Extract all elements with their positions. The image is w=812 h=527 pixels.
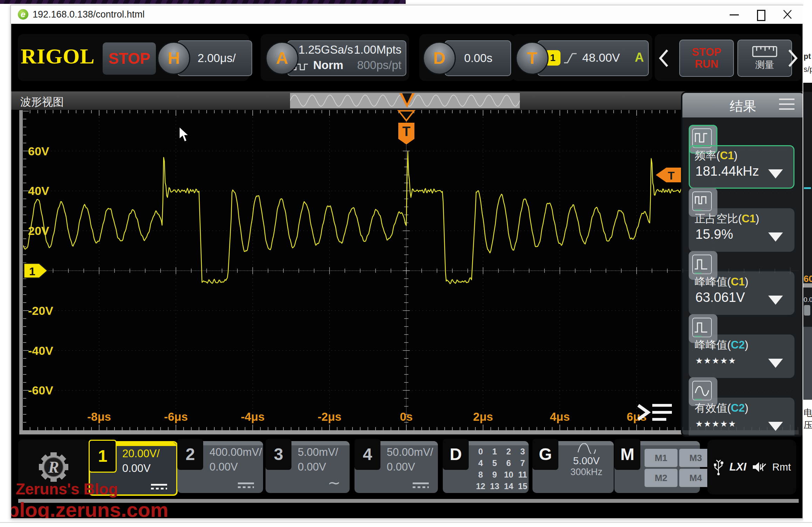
results-title: 结果 [682, 97, 803, 115]
digital-bit-12: 12 [474, 481, 488, 491]
measurement-item-正占空比-C1[interactable]: 正占空比(C1)15.9% [689, 188, 794, 250]
sample-rate: 1.25GSa/s [298, 43, 353, 56]
measurement-item-峰峰值-C2[interactable]: 峰峰值(C2)★★★★★ [689, 314, 794, 376]
timebase-overview[interactable] [290, 93, 520, 108]
channel2-button[interactable]: 2 400.00mV/ 0.00V [177, 441, 263, 493]
channel1-number: 1 [89, 440, 117, 473]
chevron-left-icon[interactable] [658, 48, 669, 68]
math-label: M [614, 439, 640, 470]
chevron-down-icon[interactable] [768, 296, 783, 305]
channel1-trace [23, 152, 681, 284]
results-header[interactable]: 结果 [682, 93, 803, 117]
dc-coupling-icon [413, 482, 429, 488]
measurement-value: ★★★★★ [695, 356, 737, 366]
x-axis-label: -4μs [241, 410, 264, 423]
strip-fragment: 电压 [804, 407, 812, 431]
url-text[interactable]: 192.168.0.138/control.html [33, 9, 145, 20]
acquire-menu-button[interactable]: A [266, 42, 298, 75]
channel3-scale: 5.00mV/ [298, 446, 338, 459]
x-axis-label: -6μs [164, 410, 188, 423]
measurement-body: 正占空比(C1)15.9% [689, 208, 794, 252]
timebase-value: 2.00μs/ [198, 52, 236, 65]
remote-status[interactable]: Rmt [772, 461, 791, 473]
dc-coupling-icon [238, 482, 254, 488]
strip-fragment: 60 [804, 273, 812, 284]
measurement-item-峰峰值-C1[interactable]: 峰峰值(C1)63.061V [689, 251, 794, 313]
horizontal-menu-button[interactable]: H [157, 42, 190, 75]
sound-muted-icon[interactable] [751, 460, 768, 474]
trigger-position-marker[interactable]: T [398, 111, 414, 144]
chevron-down-icon[interactable] [768, 169, 783, 178]
delay-menu-button[interactable]: D [423, 42, 456, 75]
y-axis-label: 20V [28, 224, 49, 237]
strip-fragment: s/p [804, 65, 812, 74]
digital-label: D [443, 439, 469, 470]
channel4-number: 4 [355, 439, 380, 470]
status-bar: LXI Rmt [707, 440, 796, 494]
minimize-button[interactable] [725, 8, 743, 21]
channel4-offset: 0.00V [387, 461, 415, 473]
math-grid: M1M3M2M4 [645, 449, 712, 487]
browser-favicon-icon: e [18, 9, 28, 20]
trigger-panel[interactable]: 1 48.00V A [537, 40, 649, 76]
channel1-offset-marker[interactable]: 1 [24, 263, 48, 278]
acquire-panel[interactable]: 1.25GSa/s 1.00Mpts Norm 800ps/pt [287, 40, 406, 76]
measurement-value: ★★★★★ [695, 419, 737, 429]
math-slot-m1[interactable]: M1 [645, 449, 677, 467]
x-axis-label: -2μs [318, 410, 342, 423]
y-axis-label: -40V [28, 344, 53, 357]
stop-run-label-stop: STOP [692, 46, 721, 58]
chevron-down-icon[interactable] [768, 232, 783, 242]
watermark-line1: Zeruns's Blog [16, 480, 118, 498]
channel4-button[interactable]: 4 50.00mV/ 0.00V [355, 441, 438, 493]
header-acquire-group: A 1.25GSa/s 1.00Mpts Norm 800ps/pt [261, 34, 409, 81]
chevron-down-icon[interactable] [768, 422, 783, 431]
measurement-item-有效值-C2[interactable]: 有效值(C2)★★★★★ [689, 377, 794, 435]
digital-channels-button[interactable]: D 0123456789101112131415 [443, 441, 529, 493]
generator-button[interactable]: G 5.00V 300kHz [532, 441, 614, 493]
channel1-offset: 0.00V [122, 462, 151, 475]
measure-label: 测量 [755, 59, 774, 71]
stop-run-label-run: RUN [695, 58, 718, 70]
math-button[interactable]: M M1M3M2M4 [614, 441, 700, 493]
chevron-right-icon[interactable] [787, 48, 799, 68]
measurement-value: 15.9% [695, 227, 733, 242]
trigger-level: 48.00V [582, 51, 620, 65]
header-nav-group: STOP RUN 测量 [655, 34, 802, 81]
lxi-status[interactable]: LXI [729, 461, 746, 473]
x-axis-label: -8μs [87, 410, 111, 423]
generator-frequency: 300kHz [563, 467, 610, 478]
vertical-scrollbar[interactable] [19, 110, 23, 430]
header-left-group: RIGOL STOP H 2.00μs/ [18, 34, 249, 81]
close-icon [779, 8, 796, 21]
digital-bit-8: 8 [474, 470, 488, 480]
tab-waveform-view[interactable]: 波形视图 [20, 95, 64, 109]
math-slot-m2[interactable]: M2 [645, 469, 677, 487]
close-button[interactable] [779, 8, 796, 21]
rigol-logo: RIGOL [21, 44, 95, 69]
channel4-scale: 50.00mV/ [387, 446, 433, 459]
acquire-mode: Norm [313, 59, 343, 72]
maximize-button[interactable] [752, 8, 770, 21]
digital-bit-9: 9 [488, 470, 502, 480]
digital-bit-14: 14 [502, 481, 516, 491]
stop-run-button[interactable]: STOP RUN [679, 40, 734, 77]
channel1-offset-label: 1 [29, 265, 35, 278]
trigger-sweep: A [635, 50, 644, 65]
usb-icon[interactable] [713, 459, 724, 475]
trigger-level-marker[interactable]: T [656, 168, 681, 182]
chevron-down-icon[interactable] [768, 359, 783, 368]
trigger-menu-button[interactable]: T [516, 42, 549, 75]
measurement-value: 181.44kHz [695, 164, 759, 179]
x-axis-label: 2μs [473, 410, 493, 423]
channel3-button[interactable]: 3 5.00mV/ 0.00V ∼ [266, 441, 350, 493]
x-axis-label: 4μs [550, 410, 570, 423]
digital-bit-10: 10 [502, 470, 516, 480]
channel2-scale: 400.00mV/ [209, 446, 262, 459]
strip-fragment: 0.0 [804, 296, 812, 304]
measurement-item-频率-C1[interactable]: 频率(C1)181.44kHz [689, 125, 794, 187]
background-divider [0, 522, 812, 523]
watermark-line2: blog.zeruns.com [11, 498, 168, 518]
resolution: 800ps/pt [357, 59, 401, 72]
measure-button[interactable]: 测量 [737, 40, 792, 77]
